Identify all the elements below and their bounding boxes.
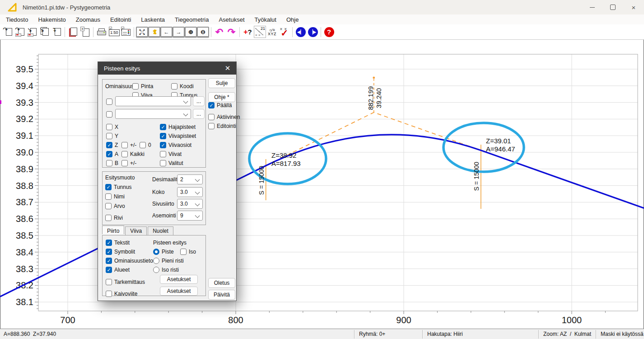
size-combo[interactable]: 3.0 [177,187,203,197]
dialog-title-bar[interactable]: Pisteen esitys ✕ [98,62,236,75]
export-file-icon[interactable]: ↴ [51,26,63,38]
checkbox-iso[interactable] [180,249,187,255]
new-view-icon[interactable]: × [79,26,91,38]
checkbox-arvo[interactable] [105,203,112,209]
checkbox-paalla[interactable] [208,102,215,108]
tab-viiva[interactable]: Viiva [125,226,147,235]
y-axis-tick-label: 39.5 [16,64,33,74]
checkbox-filter-2[interactable] [106,111,112,118]
coords-icon[interactable]: ○∕+XYZ [266,26,278,38]
tab-nuolet[interactable]: Nuolet [148,226,173,235]
minimize-button[interactable] [582,0,602,14]
checkbox-aktiivinen[interactable] [208,114,215,120]
tarkemittaus-settings-button[interactable]: Asetukset [160,275,198,284]
menu-editointi[interactable]: Editointi [105,15,136,24]
pan-icon[interactable] [148,26,160,38]
checkbox-tekstit[interactable] [106,240,112,246]
checkbox-z-plusminus[interactable] [121,142,128,148]
checkbox-kaikki[interactable] [121,151,128,157]
next-element-icon[interactable]: ▕▶ [307,26,319,38]
checkbox-rivi[interactable] [105,215,112,221]
tab-piirto[interactable]: Piirto [102,226,124,234]
checkbox-editointi[interactable] [208,123,215,129]
browse-button-1[interactable]: ... [193,96,205,106]
pan-right-icon[interactable]: → [173,26,185,38]
attribute-combo-1[interactable] [115,96,191,106]
checkbox-nimi[interactable] [105,193,112,200]
offset-combo[interactable]: 3.0 [177,199,203,209]
zoom-in-icon[interactable]: ⊕ [185,26,197,38]
menu-tiegeometria[interactable]: Tiegeometria [170,15,214,24]
open-add-icon[interactable]: ↷ [14,26,26,38]
checkbox-a[interactable] [106,151,112,157]
save-file-icon[interactable]: ↘ [26,26,38,38]
close-button[interactable]: × [623,0,644,14]
checkbox-viivaosiot[interactable] [160,142,166,148]
checkbox-b[interactable] [106,160,112,166]
scale-icon[interactable]: ×1:50 [107,26,120,38]
menu-asetukset[interactable]: Asetukset [214,15,249,24]
point-numbering-icon[interactable]: 21× × [254,26,266,38]
checkbox-viivapisteet[interactable] [160,133,166,139]
help-icon[interactable]: ? [323,26,335,38]
checkbox-b-plusminus[interactable] [121,160,128,166]
checkbox-hajapisteet[interactable] [160,124,166,130]
chevron-down-icon [183,112,188,117]
piirto-panel: Tekstit Symbolit Ominaisuustieto Alueet … [102,235,206,296]
checkbox-viivat[interactable] [160,151,166,157]
menu-hakemisto[interactable]: Hakemisto [33,15,70,24]
zoom-extents-icon[interactable]: ↖↗↙↘ [136,26,148,38]
checkbox-ominaisuustieto[interactable] [106,258,112,264]
menu-ohje[interactable]: Ohje [281,15,303,24]
checkbox-x[interactable] [106,124,112,130]
checkbox-z[interactable] [106,142,112,148]
x-axis-tick-label: 700 [60,315,75,325]
checkbox-pinta[interactable] [132,83,139,89]
radio-piste[interactable] [153,249,159,255]
menu-zoomaus[interactable]: Zoomaus [71,15,105,24]
menu-tiedosto[interactable]: Tiedosto [1,15,33,24]
pan-left-icon[interactable]: ← [160,26,173,38]
maximize-button[interactable] [602,0,623,14]
checkbox-tunnus-format[interactable] [105,184,112,190]
checkbox-filter-1[interactable] [106,99,112,105]
checkbox-tarkemittaus[interactable] [106,279,112,285]
checkbox-symbolit[interactable] [106,249,112,255]
checkbox-kaivoviite[interactable] [106,291,112,297]
point-info-icon[interactable]: +? [242,26,254,38]
attribute-combo-2[interactable] [115,109,191,119]
checkbox-y[interactable] [106,133,112,139]
open-file-icon[interactable]: ↷ [2,26,14,38]
undo-icon[interactable]: ↶ [213,26,225,38]
page-setup-icon[interactable]: × [120,26,132,38]
close-dialog-button[interactable]: Sulje [208,78,235,88]
help-dialog-button[interactable]: Ohje * [208,92,235,102]
kaivoviite-settings-button[interactable]: Asetukset [160,287,198,296]
toolbar-separator [65,27,65,37]
checkbox-valitut[interactable] [160,160,166,166]
update-button[interactable]: Päivitä [208,290,235,300]
browse-button-2[interactable]: ... [193,109,205,119]
prev-element-icon[interactable]: ◀▏ [294,26,307,38]
dialog-close-icon[interactable]: ✕ [221,62,234,75]
redo-icon[interactable]: ↷ [225,26,238,38]
copy-view-icon[interactable] [67,26,79,38]
radio-iso-risti[interactable] [153,267,159,273]
status-group: Ryhmä: 0+ [359,331,385,337]
check-points-icon[interactable]: ××✓ [278,26,290,38]
transfer-pages-icon[interactable]: ↘ [38,26,51,38]
radio-pieni-risti[interactable] [153,258,159,264]
zoom-out-icon[interactable]: ⊖ [197,26,209,38]
dialog-tabs: Piirto Viiva Nuolet [102,226,174,235]
decimals-combo[interactable]: 2 [177,174,203,184]
checkbox-alueet[interactable] [106,267,112,273]
status-separator [354,330,355,339]
menu-tyokalut[interactable]: Työkalut [250,15,281,24]
print-icon[interactable] [95,26,107,38]
placement-combo[interactable]: 9 [177,211,203,221]
default-button[interactable]: Oletus [208,278,235,288]
checkbox-koodi[interactable] [171,83,177,89]
y-axis-tick-label: 38.5 [16,231,33,240]
menu-laskenta[interactable]: Laskenta [136,15,170,24]
checkbox-z-zero[interactable] [140,142,146,148]
